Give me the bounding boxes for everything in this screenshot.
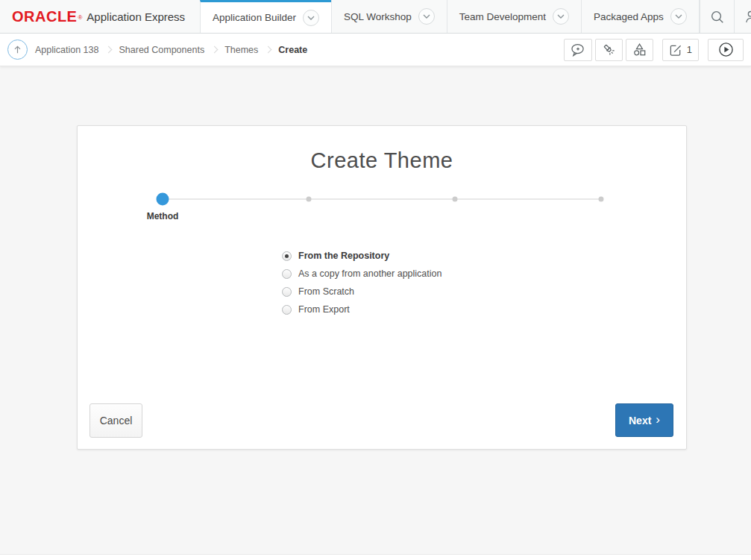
admin-menu-button[interactable] [735, 0, 751, 33]
flashlight-icon [602, 43, 616, 57]
wizard-step-3 [453, 197, 458, 202]
breadcrumb-bar: Application 138 Shared Components Themes… [0, 34, 751, 66]
tab-label: SQL Workshop [344, 11, 412, 22]
oracle-wordmark: ORACLE [12, 8, 77, 25]
radio-button-icon [282, 269, 292, 279]
tab-packaged-apps[interactable]: Packaged Apps [581, 0, 700, 33]
page-title: Create Theme [78, 148, 686, 173]
breadcrumb-item-shared-components[interactable]: Shared Components [119, 45, 204, 55]
chevron-down-icon[interactable] [418, 8, 435, 25]
radio-copy-from-application[interactable]: As a copy from another application [282, 265, 442, 283]
tab-label: Team Development [459, 11, 546, 22]
breadcrumb-separator [265, 46, 272, 54]
wizard-step-method [157, 193, 169, 206]
search-button[interactable] [700, 0, 734, 33]
search-icon [710, 10, 724, 24]
play-icon [718, 42, 734, 57]
header-actions: ? [700, 0, 751, 33]
page-toolbar: 1 [561, 39, 744, 61]
edit-page-button[interactable]: 1 [662, 39, 699, 61]
chevron-right-icon: › [656, 413, 660, 426]
tab-team-development[interactable]: Team Development [447, 0, 581, 33]
radio-from-export[interactable]: From Export [282, 301, 442, 318]
chevron-down-icon[interactable] [553, 8, 569, 25]
wizard-step-4 [599, 197, 604, 202]
breadcrumb-current: Create [278, 45, 307, 55]
breadcrumb-separator [211, 46, 219, 54]
utilities-button[interactable] [595, 39, 623, 61]
admin-tools-icon [744, 10, 751, 24]
wizard-step-label: Method [147, 211, 179, 221]
run-application-button[interactable] [708, 39, 744, 61]
tab-sql-workshop[interactable]: SQL Workshop [331, 0, 447, 33]
page-footer: tim tim en Copyright © 1999, 2015, Oracl… [0, 554, 751, 560]
tab-application-builder[interactable]: Application Builder [200, 0, 331, 33]
progress-line [163, 198, 601, 200]
next-button-label: Next [629, 415, 651, 427]
wizard-progress: Method [163, 193, 601, 205]
cancel-button[interactable]: Cancel [89, 403, 142, 438]
main-tabs: Application Builder SQL Workshop Team De… [200, 0, 700, 33]
oracle-apex-logo[interactable]: ORACLE ® Application Express [0, 0, 200, 33]
radio-button-icon [282, 305, 292, 315]
breadcrumb-item-application[interactable]: Application 138 [35, 45, 98, 55]
breadcrumb-item-themes[interactable]: Themes [224, 45, 258, 55]
radio-button-icon [282, 287, 292, 297]
radio-from-repository[interactable]: From the Repository [282, 247, 442, 265]
next-button[interactable]: Next › [615, 403, 673, 437]
edit-page-number: 1 [687, 44, 692, 55]
feedback-icon [571, 43, 585, 57]
radio-from-scratch[interactable]: From Scratch [282, 283, 442, 301]
shapes-icon [632, 43, 647, 57]
wizard-step-2 [306, 197, 311, 202]
tab-label: Application Builder [213, 12, 296, 23]
page-background: Create Theme Method From the Repository … [0, 66, 751, 554]
radio-button-icon [282, 251, 292, 261]
shared-components-button[interactable] [626, 39, 653, 61]
tab-label: Packaged Apps [594, 11, 664, 22]
chevron-down-icon[interactable] [670, 8, 687, 25]
breadcrumb: Application 138 Shared Components Themes… [7, 40, 307, 60]
create-theme-wizard: Create Theme Method From the Repository … [77, 125, 687, 450]
registered-mark: ® [78, 14, 82, 21]
top-navigation-bar: ORACLE ® Application Express Application… [0, 0, 751, 34]
product-name: Application Express [87, 10, 185, 23]
edit-icon [669, 43, 682, 57]
method-radio-group: From the Repository As a copy from anoth… [282, 247, 442, 318]
feedback-button[interactable] [564, 39, 592, 61]
up-arrow-icon[interactable] [7, 40, 28, 60]
breadcrumb-separator [105, 46, 113, 54]
chevron-down-icon[interactable] [303, 10, 319, 26]
